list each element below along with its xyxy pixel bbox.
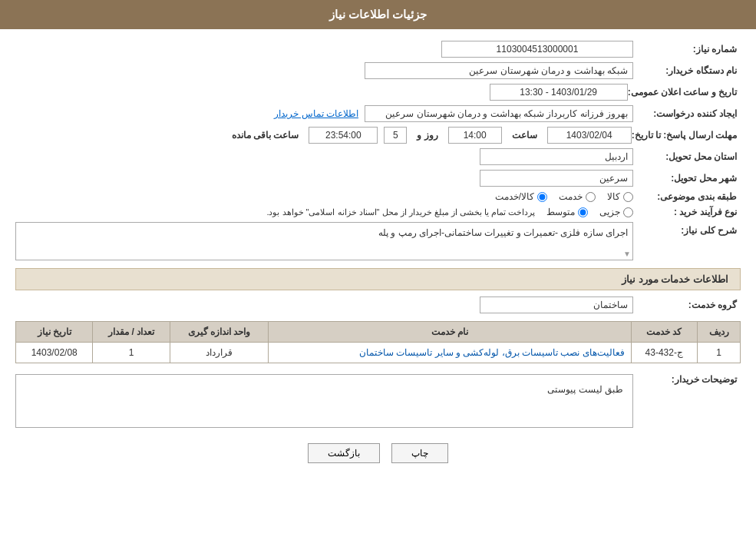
order-number-row: شماره نیاز: 1103004513000001 xyxy=(15,41,741,58)
col-date: تاریخ نیاز xyxy=(16,322,93,343)
category-kala-label[interactable]: کالا xyxy=(607,191,633,202)
service-group-label: گروه خدمت: xyxy=(633,300,741,310)
cell-code: ج-432-43 xyxy=(631,343,697,363)
col-name: نام خدمت xyxy=(269,322,631,343)
creator-field: بهروز فرزانه کاربرداز شبکه بهداشت و درما… xyxy=(365,105,633,122)
buyer-notes-value: طبق لیست پیوستی xyxy=(15,371,633,428)
cell-row: 1 xyxy=(698,343,741,363)
creator-label: ایجاد کننده درخواست: xyxy=(633,108,741,119)
province-label: استان محل تحویل: xyxy=(633,151,741,162)
service-group-value: ساختمان xyxy=(15,297,633,313)
print-button[interactable]: چاپ xyxy=(391,443,448,463)
deadline-date-field: 1403/02/04 xyxy=(547,127,632,144)
cell-date: 1403/02/08 xyxy=(16,343,93,363)
col-unit: واحد اندازه گیری xyxy=(170,322,269,343)
purchase-jozi-label[interactable]: جزیی xyxy=(599,207,633,217)
col-code: کد خدمت xyxy=(631,322,697,343)
page-title: جزئیات اطلاعات نیاز xyxy=(329,8,427,21)
deadline-days-field: 5 xyxy=(384,127,407,144)
deadline-remaining-label: ساعت باقی مانده xyxy=(232,130,299,141)
description-row: شرح کلی نیاز: اجرای سازه فلزی -تعمیرات و… xyxy=(15,222,741,260)
announce-date-value: 1403/01/29 - 13:30 xyxy=(15,84,628,101)
purchase-type-value: جزیی متوسط پرداخت تمام یا بخشی از مبلغ خ… xyxy=(15,207,633,217)
category-kala-khedmat-label[interactable]: کالا/خدمت xyxy=(495,191,547,202)
page-wrapper: جزئیات اطلاعات نیاز شماره نیاز: 11030045… xyxy=(0,0,756,540)
cell-count: 1 xyxy=(93,343,170,363)
province-value: اردبیل xyxy=(15,148,633,165)
city-row: شهر محل تحویل: سرعین xyxy=(15,170,741,187)
announce-date-row: تاریخ و ساعت اعلان عمومی: 1403/01/29 - 1… xyxy=(15,84,741,101)
category-kala-radio[interactable] xyxy=(623,192,633,202)
buyer-notes-field: طبق لیست پیوستی xyxy=(15,374,633,428)
resize-handle: ▼ xyxy=(623,250,631,258)
creator-row: ایجاد کننده درخواست: بهروز فرزانه کاربرد… xyxy=(15,105,741,122)
category-kala-khedmat-radio[interactable] xyxy=(537,192,547,202)
buyer-org-value: شبکه بهداشت و درمان شهرستان سرعین xyxy=(15,62,633,79)
description-field: اجرای سازه فلزی -تعمیرات و تغییرات ساختم… xyxy=(15,222,633,260)
deadline-row: مهلت ارسال پاسخ: تا تاریخ: 1403/02/04 سا… xyxy=(15,127,741,144)
button-row: چاپ بازگشت xyxy=(15,443,741,463)
category-value: کالا خدمت کالا/خدمت xyxy=(15,191,633,202)
buyer-notes-label: توضیحات خریدار: xyxy=(633,371,741,385)
cell-unit: قرارداد xyxy=(170,343,269,363)
page-header: جزئیات اطلاعات نیاز xyxy=(0,0,756,29)
deadline-value: 1403/02/04 ساعت 14:00 روز و 5 23:54:00 س… xyxy=(15,127,632,144)
services-section-header: اطلاعات خدمات مورد نیاز xyxy=(15,268,741,290)
back-button[interactable]: بازگشت xyxy=(308,443,380,463)
services-table: ردیف کد خدمت نام خدمت واحد اندازه گیری ت… xyxy=(15,321,741,363)
deadline-remaining-field: 23:54:00 xyxy=(309,127,378,144)
purchase-type-row: نوع فرآیند خرید : جزیی متوسط پرداخت تمام… xyxy=(15,207,741,217)
purchase-note: پرداخت تمام یا بخشی از مبلغ خریدار از مح… xyxy=(266,207,535,217)
city-value: سرعین xyxy=(15,170,633,187)
buyer-notes-row: توضیحات خریدار: طبق لیست پیوستی xyxy=(15,371,741,428)
cell-name: فعالیت‌های نصب تاسیسات برق، لوله‌کشی و س… xyxy=(269,343,631,363)
category-khedmat-radio[interactable] xyxy=(586,192,596,202)
col-count: تعداد / مقدار xyxy=(93,322,170,343)
category-khedmat-label[interactable]: خدمت xyxy=(559,191,596,202)
province-field: اردبیل xyxy=(480,148,633,165)
order-number-field: 1103004513000001 xyxy=(441,41,633,58)
city-label: شهر محل تحویل: xyxy=(633,173,741,184)
purchase-motavaset-label[interactable]: متوسط xyxy=(546,207,588,217)
deadline-time-field: 14:00 xyxy=(448,127,502,144)
creator-contact-link[interactable]: اطلاعات تماس خریدار xyxy=(274,108,358,119)
purchase-motavaset-radio[interactable] xyxy=(578,207,588,217)
service-group-row: گروه خدمت: ساختمان xyxy=(15,297,741,313)
purchase-type-label: نوع فرآیند خرید : xyxy=(633,207,741,217)
deadline-label: مهلت ارسال پاسخ: تا تاریخ: xyxy=(632,130,741,141)
purchase-jozi-radio[interactable] xyxy=(623,207,633,217)
province-row: استان محل تحویل: اردبیل xyxy=(15,148,741,165)
category-row: طبقه بندی موضوعی: کالا خدمت کالا/خدمت xyxy=(15,191,741,202)
announce-date-field: 1403/01/29 - 13:30 xyxy=(490,84,628,101)
order-number-value: 1103004513000001 xyxy=(15,41,633,58)
service-group-field: ساختمان xyxy=(480,297,633,313)
announce-date-label: تاریخ و ساعت اعلان عمومی: xyxy=(628,87,741,98)
deadline-time-label: ساعت xyxy=(512,130,537,141)
col-row: ردیف xyxy=(698,322,741,343)
description-value: اجرای سازه فلزی -تعمیرات و تغییرات ساختم… xyxy=(15,222,633,260)
city-field: سرعین xyxy=(480,170,633,187)
description-label: شرح کلی نیاز: xyxy=(633,222,741,236)
category-label: طبقه بندی موضوعی: xyxy=(633,191,741,202)
order-number-label: شماره نیاز: xyxy=(633,44,741,55)
creator-value: بهروز فرزانه کاربرداز شبکه بهداشت و درما… xyxy=(15,105,633,122)
content-area: شماره نیاز: 1103004513000001 نام دستگاه … xyxy=(0,29,756,482)
buyer-org-label: نام دستگاه خریدار: xyxy=(633,65,741,76)
table-row: 1 ج-432-43 فعالیت‌های نصب تاسیسات برق، ل… xyxy=(16,343,741,363)
deadline-days-label: روز و xyxy=(417,130,437,141)
buyer-org-field: شبکه بهداشت و درمان شهرستان سرعین xyxy=(365,62,633,79)
buyer-org-row: نام دستگاه خریدار: شبکه بهداشت و درمان ش… xyxy=(15,62,741,79)
buyer-notes-text: طبق لیست پیوستی xyxy=(22,381,626,398)
